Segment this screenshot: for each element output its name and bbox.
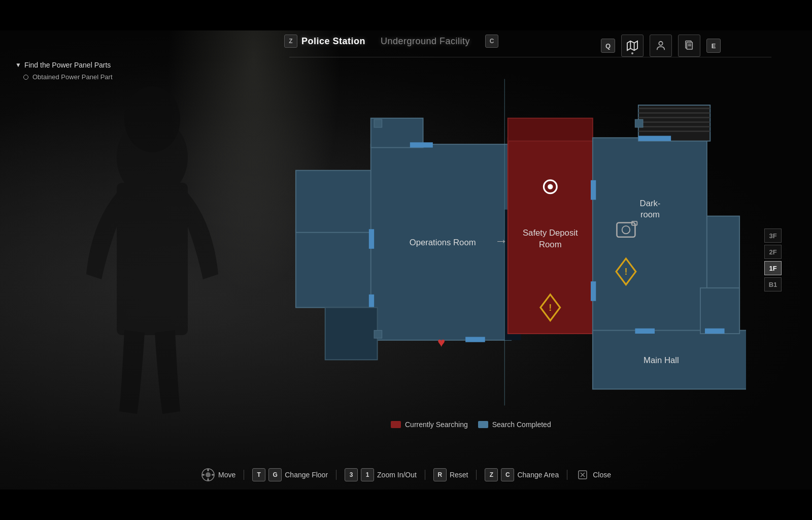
quest-item-text: Obtained Power Panel Part [32,73,113,81]
label-operations: Operations Room [410,238,476,247]
map-button[interactable] [621,35,644,57]
svg-rect-23 [212,474,214,476]
close-label: Close [593,471,611,479]
change-floor-label: Change Floor [285,471,328,479]
door-top-dark [638,136,671,141]
file-icon [684,40,694,51]
tab-divider [289,57,771,57]
map-svg: ! → [289,66,746,418]
move-label: Move [218,471,235,479]
corner-tr1 [635,119,642,127]
player-dot [548,184,553,189]
warning-text-safety: ! [549,303,552,313]
floor-2f[interactable]: 2F [764,245,782,259]
quest-item: Obtained Power Panel Part [15,73,113,81]
floor-3f[interactable]: 3F [764,229,782,243]
map-icon [627,40,638,51]
hud-change-area: Z C Change Area [485,468,559,481]
arrow-right: → [495,234,508,248]
svg-rect-1 [117,183,188,335]
legend-completed-label: Search Completed [492,420,551,429]
legend-completed: Search Completed [478,420,551,429]
floor-indicator: 3F 2F 1F B1 [764,229,782,291]
room-left-bottom [296,229,374,307]
character-button[interactable] [650,35,672,57]
tab-left-key: Z [284,35,297,48]
map-svg-wrapper: ! → [289,66,746,418]
legend-searching-color [391,421,401,428]
label-dark2: room [640,210,660,219]
quest-arrow-icon: ▼ [15,61,21,69]
joystick-icon [201,468,215,482]
hud-close: Close [576,468,611,482]
svg-marker-4 [627,41,637,50]
room-bot-left [325,308,378,360]
label-safety1: Safety Deposit [523,228,578,238]
room-stairs-top [638,105,710,141]
legend-searching-label: Currently Searching [405,420,468,429]
area-tabs: Z Police Station Underground Facility C [284,35,502,48]
key-z: Z [485,468,498,481]
person-icon [655,40,666,51]
label-main-hall: Main Hall [644,355,679,365]
reset-label: Reset [450,471,468,479]
key-3: 3 [345,468,358,481]
bottom-hud: Move T G Change Floor 3 1 Zoom In/Out R … [0,468,812,482]
hud-zoom: 3 1 Zoom In/Out [345,468,417,481]
q-key-badge: Q [601,39,615,53]
key-1: 1 [361,468,374,481]
key-g: G [268,468,282,481]
zoom-label: Zoom In/Out [377,471,417,479]
corner-bl1 [374,331,382,338]
map-legend: Currently Searching Search Completed [391,420,551,429]
room-main-hall-right [700,288,739,334]
door-top-ops [410,142,433,147]
svg-rect-20 [208,469,209,471]
e-key-badge: E [706,39,721,53]
key-t: T [252,468,265,481]
legend-completed-color [478,421,488,428]
map-container: ! → [289,66,771,449]
svg-point-19 [206,472,211,477]
svg-rect-21 [208,478,209,481]
hud-change-floor: T G Change Floor [252,468,328,481]
key-r: R [433,468,447,481]
sep1 [244,470,244,480]
door-left-ops2 [369,229,374,249]
floor-b1[interactable]: B1 [764,277,782,291]
sep4 [476,470,477,480]
bottom-bar [0,490,812,520]
svg-point-7 [659,42,662,45]
sep5 [567,470,567,480]
door-main-hall [635,329,655,334]
hud-reset: R Reset [433,468,468,481]
sep3 [425,470,425,480]
door-left-dark2 [591,281,596,301]
quest-title: ▼ Find the Power Panel Parts [15,61,113,69]
floor-1f[interactable]: 1F [764,261,782,275]
door-left-dark [591,180,596,200]
quest-circle-icon [23,75,28,80]
key-c: C [501,468,514,481]
room-darkroom [593,138,707,334]
tab-right-key: C [485,35,498,48]
quest-title-text: Find the Power Panel Parts [24,61,111,69]
close-icon [576,468,590,482]
warning-text-dark: ! [624,267,627,277]
room-left-top [296,171,374,233]
svg-rect-22 [202,474,205,476]
door-main-hall2 [705,329,725,334]
corner-tl1 [374,119,382,127]
label-safety2: Room [539,240,562,249]
door-bottom-ops [465,337,485,342]
icon-bar: Q E [601,35,721,57]
files-button[interactable] [678,35,700,57]
room-safety-top [508,118,593,141]
heart-icon: ♥ [437,335,445,349]
label-dark1: Dark- [640,199,661,208]
change-area-label: Change Area [517,471,559,479]
tab-underground-facility[interactable]: Underground Facility [381,36,470,47]
tab-police-station[interactable]: Police Station [301,36,365,47]
top-bar [0,0,812,30]
quest-panel: ▼ Find the Power Panel Parts Obtained Po… [15,61,113,81]
